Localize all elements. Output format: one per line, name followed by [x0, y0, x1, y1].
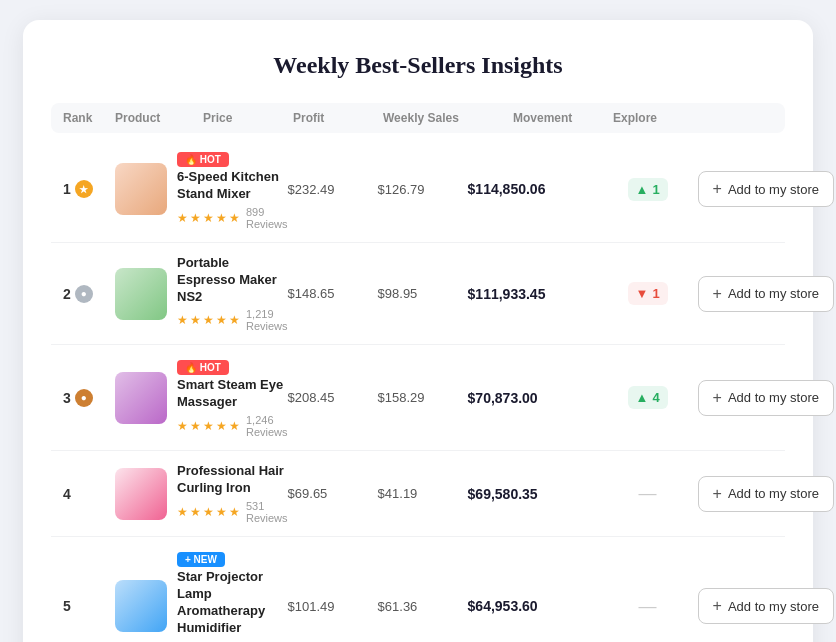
product-cell: 🔥 HOT 6-Speed Kitchen Stand Mixer ★★★★★ … — [115, 149, 288, 230]
main-card: Weekly Best-Sellers Insights Rank Produc… — [23, 20, 813, 642]
table-row: 3 ● 🔥 HOT Smart Steam Eye Massager ★★★★★… — [51, 345, 785, 451]
product-cell: Professional Hair Curling Iron ★★★★★ 531… — [115, 463, 288, 524]
rank-cell: 1 ★ — [63, 180, 115, 198]
col-weekly-sales: Weekly Sales — [383, 111, 513, 125]
price-cell: $101.49 — [288, 599, 378, 614]
page-title: Weekly Best-Sellers Insights — [51, 52, 785, 79]
plus-icon: + — [713, 485, 722, 503]
star-rating: ★★★★★ 1,219 Reviews — [177, 308, 288, 332]
product-image — [115, 468, 167, 520]
add-to-store-button[interactable]: + Add to my store — [698, 276, 834, 312]
rank-cell: 5 — [63, 598, 115, 614]
add-to-store-button[interactable]: + Add to my store — [698, 588, 834, 624]
profit-cell: $61.36 — [378, 599, 468, 614]
weekly-sales-cell: $64,953.60 — [468, 598, 598, 614]
col-explore: Explore — [613, 111, 773, 125]
review-count: 1,246 Reviews — [246, 414, 288, 438]
profit-cell: $41.19 — [378, 486, 468, 501]
plus-icon: + — [713, 180, 722, 198]
price-cell: $232.49 — [288, 182, 378, 197]
price-cell: $69.65 — [288, 486, 378, 501]
movement-cell: — — [598, 483, 698, 504]
product-info: Professional Hair Curling Iron ★★★★★ 531… — [177, 463, 288, 524]
review-count: 531 Reviews — [246, 500, 288, 524]
rank-icon-gold: ★ — [75, 180, 93, 198]
movement-value: 1 — [652, 286, 659, 301]
add-to-store-button[interactable]: + Add to my store — [698, 380, 834, 416]
star-rating: ★★★★★ 531 Reviews — [177, 500, 288, 524]
col-price: Price — [203, 111, 293, 125]
add-btn-label: Add to my store — [728, 486, 819, 501]
table-row: 1 ★ 🔥 HOT 6-Speed Kitchen Stand Mixer ★★… — [51, 137, 785, 243]
product-image — [115, 163, 167, 215]
movement-dash: — — [639, 596, 657, 617]
product-image — [115, 580, 167, 632]
review-count: 1,219 Reviews — [246, 308, 288, 332]
weekly-sales-cell: $111,933.45 — [468, 286, 598, 302]
profit-cell: $98.95 — [378, 286, 468, 301]
movement-badge-up: ▲ 1 — [628, 178, 668, 201]
arrow-up-icon: ▲ — [636, 182, 649, 197]
movement-cell: ▲ 4 — [598, 386, 698, 409]
add-btn-label: Add to my store — [728, 599, 819, 614]
price-cell: $208.45 — [288, 390, 378, 405]
profit-cell: $126.79 — [378, 182, 468, 197]
rank-number: 3 — [63, 390, 71, 406]
table-header: Rank Product Price Profit Weekly Sales M… — [51, 103, 785, 133]
arrow-up-icon: ▲ — [636, 390, 649, 405]
rank-cell: 2 ● — [63, 285, 115, 303]
product-info: 🔥 HOT Smart Steam Eye Massager ★★★★★ 1,2… — [177, 357, 288, 438]
movement-dash: — — [639, 483, 657, 504]
plus-icon: + — [713, 597, 722, 615]
plus-icon: + — [713, 285, 722, 303]
table-row: 2 ● Portable Espresso Maker NS2 ★★★★★ 1,… — [51, 243, 785, 346]
rank-number: 4 — [63, 486, 71, 502]
movement-badge-up: ▲ 4 — [628, 386, 668, 409]
product-name: Smart Steam Eye Massager — [177, 377, 288, 411]
review-count: 899 Reviews — [246, 206, 288, 230]
col-profit: Profit — [293, 111, 383, 125]
movement-cell: ▲ 1 — [598, 178, 698, 201]
rank-cell: 4 — [63, 486, 115, 502]
rank-number: 1 — [63, 181, 71, 197]
table-row: 4 Professional Hair Curling Iron ★★★★★ 5… — [51, 451, 785, 537]
weekly-sales-cell: $69,580.35 — [468, 486, 598, 502]
product-badge: 🔥 HOT — [177, 360, 229, 375]
add-btn-label: Add to my store — [728, 390, 819, 405]
product-image — [115, 268, 167, 320]
star-rating: ★★★★★ 899 Reviews — [177, 206, 288, 230]
rank-icon-bronze: ● — [75, 389, 93, 407]
product-badge: 🔥 HOT — [177, 152, 229, 167]
add-to-store-button[interactable]: + Add to my store — [698, 476, 834, 512]
col-product: Product — [115, 111, 203, 125]
col-rank: Rank — [63, 111, 115, 125]
product-name: Professional Hair Curling Iron — [177, 463, 288, 497]
product-cell: Portable Espresso Maker NS2 ★★★★★ 1,219 … — [115, 255, 288, 333]
product-image — [115, 372, 167, 424]
movement-cell: ▼ 1 — [598, 282, 698, 305]
explore-cell: + Add to my store — [698, 588, 836, 624]
arrow-down-icon: ▼ — [636, 286, 649, 301]
movement-value: 4 — [652, 390, 659, 405]
explore-cell: + Add to my store — [698, 171, 836, 207]
table-row: 5 + NEW Star Projector Lamp Aromatherapy… — [51, 537, 785, 642]
explore-cell: + Add to my store — [698, 380, 836, 416]
explore-cell: + Add to my store — [698, 476, 836, 512]
movement-badge-down: ▼ 1 — [628, 282, 668, 305]
weekly-sales-cell: $114,850.06 — [468, 181, 598, 197]
product-info: + NEW Star Projector Lamp Aromatherapy H… — [177, 549, 288, 642]
rank-number: 5 — [63, 598, 71, 614]
rank-cell: 3 ● — [63, 389, 115, 407]
product-badge: + NEW — [177, 552, 225, 567]
product-cell: 🔥 HOT Smart Steam Eye Massager ★★★★★ 1,2… — [115, 357, 288, 438]
movement-cell: — — [598, 596, 698, 617]
rank-icon-silver: ● — [75, 285, 93, 303]
weekly-sales-cell: $70,873.00 — [468, 390, 598, 406]
product-name: Portable Espresso Maker NS2 — [177, 255, 288, 306]
product-name: Star Projector Lamp Aromatherapy Humidif… — [177, 569, 288, 637]
table-body: 1 ★ 🔥 HOT 6-Speed Kitchen Stand Mixer ★★… — [51, 137, 785, 642]
add-to-store-button[interactable]: + Add to my store — [698, 171, 834, 207]
product-info: Portable Espresso Maker NS2 ★★★★★ 1,219 … — [177, 255, 288, 333]
col-movement: Movement — [513, 111, 613, 125]
movement-value: 1 — [652, 182, 659, 197]
